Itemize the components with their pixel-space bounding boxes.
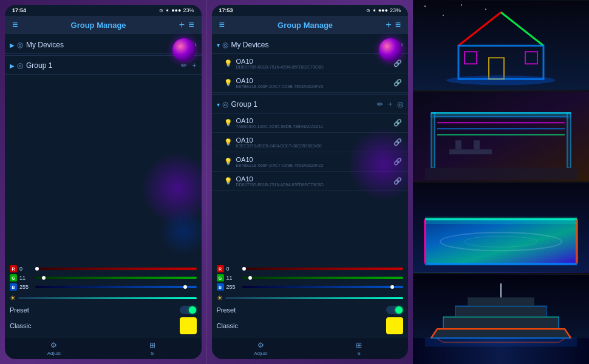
group-device-item-1[interactable]: 💡 OA10 63EC3970-B5D5-9484-D0C7-08C859692… [212,133,409,152]
nav-adjust-right[interactable]: ⚙ Adjust [212,341,310,356]
add-icon-left[interactable]: + [179,19,185,30]
s-nav-icon-left: ⊞ [149,341,155,349]
app-header-right: ≡ Group Manage + ≡ [212,16,409,34]
svg-rect-16 [437,128,565,129]
link-icon-1[interactable]: 🔗 [393,79,402,87]
group1-title-right: Group 1 [231,100,377,109]
group-link-icon-3[interactable]: 🔗 [393,177,402,185]
pool-svg [413,183,589,273]
color-ball-left[interactable] [172,38,196,61]
svg-rect-22 [431,112,571,118]
headphones-icon-group1-right: ◎ [222,100,228,109]
toggle-track-right[interactable] [386,306,403,314]
status-time-left: 17:54 [12,7,26,13]
status-icons-left: ⊙ ✶ ●●● 23% [159,7,194,13]
adjust-nav-label-left: Adjust [47,351,61,356]
status-icons-right: ⊙ ✶ ●●● 23% [366,7,401,13]
rgb-r-bar-right[interactable] [242,268,404,270]
bottom-nav-left: ⚙ Adjust ⊞ S [5,338,202,359]
plus-action-left[interactable]: + [192,61,196,70]
chevron-group1-left[interactable]: ▶ [10,62,15,69]
photo-house [413,0,589,90]
pergola-svg [413,92,589,182]
svg-point-3 [461,4,462,5]
pencil-action-left[interactable]: ✏ [181,61,187,70]
svg-rect-19 [449,149,492,154]
group-device-info-3: OA10 DD857785-B01B-7516-A594-85FD8EC79C8… [236,175,394,187]
chevron-my-devices-right[interactable]: ▾ [217,42,220,49]
device-id-0: DD857785-B01B-7516-A594-85FD8EC79C8D [236,65,394,69]
bluetooth-icon-left: ✶ [165,8,169,13]
nav-adjust-left[interactable]: ⚙ Adjust [5,341,103,356]
rgb-b-thumb-right [390,285,394,289]
classic-color-left[interactable] [180,317,197,334]
preset-toggle-left[interactable] [180,306,197,314]
rgb-g-row-right: G 11 [217,274,404,281]
rgb-g-bar-left[interactable] [35,277,197,279]
group-bulb-icon-1: 💡 [224,138,233,146]
svg-rect-28 [425,263,577,265]
house-svg [413,0,589,90]
svg-rect-34 [443,317,559,329]
toggle-track-left[interactable] [180,306,197,314]
nav-s-right[interactable]: ⊞ S [310,341,408,356]
preset-label-right: Preset [217,306,236,314]
signal-icon-left: ●●● [171,7,181,13]
rgb-b-label-left: B [10,283,17,291]
svg-rect-21 [474,140,480,149]
chevron-group1-right[interactable]: ▾ [217,101,220,108]
rgb-g-value-left: 11 [19,275,33,281]
group-device-id-2: E87BE21B-666F-DAC7-C09B-7953A8320F23 [236,163,394,167]
color-ball-right[interactable] [379,38,402,61]
svg-rect-29 [424,219,426,263]
content-left: ▶ ◎ My Devices ◎ ↻ ▶ ◎ Gro [5,34,202,261]
group-device-info-0: OA10 7AB00340-1A0C-2C95-99DB-7B894ACA021… [236,117,394,129]
rgb-r-thumb-left [35,267,39,271]
group-link-icon-2[interactable]: 🔗 [393,158,402,166]
rgb-r-bar-left[interactable] [35,268,197,270]
group-device-item-2[interactable]: 💡 OA10 E87BE21B-666F-DAC7-C09B-7953A8320… [212,152,409,172]
rgb-g-label-left: G [10,274,17,281]
group-link-icon-1[interactable]: 🔗 [393,138,402,146]
list-icon-left[interactable]: ≡ [12,19,18,30]
menu-icon-left[interactable]: ≡ [188,19,194,30]
app-header-left: ≡ Group Manage + ≡ [5,16,202,34]
svg-rect-35 [455,306,546,317]
pencil-action-right[interactable]: ✏ [377,100,383,109]
photos-panel [413,0,589,364]
battery-text-right: 23% [390,7,401,13]
rgb-b-bar-left[interactable] [35,286,197,288]
list-icon-right[interactable]: ≡ [219,19,225,30]
svg-point-2 [443,15,444,16]
add-icon-right[interactable]: + [386,19,391,30]
svg-rect-30 [576,219,578,263]
toggle-thumb-left [189,306,196,314]
bluetooth-icon-right: ✶ [372,8,376,13]
rgb-g-bar-right[interactable] [242,277,404,279]
preset-row-right: Preset [217,306,404,314]
rgb-b-value-right: 255 [226,284,240,290]
preset-toggle-right[interactable] [386,306,403,314]
chevron-my-devices-left[interactable]: ▶ [10,42,15,49]
plus-action-right[interactable]: + [388,100,392,109]
s-nav-label-right: S [357,351,360,356]
classic-row-left: Classic [10,317,197,334]
headphones-action-group1-right[interactable]: ◎ [397,100,403,109]
brightness-bar-right[interactable] [225,297,404,299]
menu-icon-right[interactable]: ≡ [395,19,401,30]
classic-color-right[interactable] [386,317,403,334]
status-time-right: 17:53 [219,7,233,13]
group-device-item-0[interactable]: 💡 OA10 7AB00340-1A0C-2C95-99DB-7B894ACA0… [212,113,409,133]
device-item-1[interactable]: 💡 OA10 E87BE21B-666F-DAC7-C09B-7953A8320… [212,73,409,93]
brightness-bar-left[interactable] [18,297,197,299]
photo-pergola [413,92,589,182]
classic-label-left: Classic [10,322,31,329]
group-device-item-3[interactable]: 💡 OA10 DD857785-B01B-7516-A594-85FD8EC79… [212,172,409,191]
bulb-icon-1: 💡 [224,79,233,87]
rgb-b-bar-right[interactable] [242,286,404,288]
bottom-controls-left: R 0 G 11 B 255 [5,261,202,338]
nav-s-left[interactable]: ⊞ S [103,341,202,356]
group-link-icon-0[interactable]: 🔗 [393,119,402,127]
svg-rect-36 [468,297,534,306]
photo-pool [413,183,589,273]
